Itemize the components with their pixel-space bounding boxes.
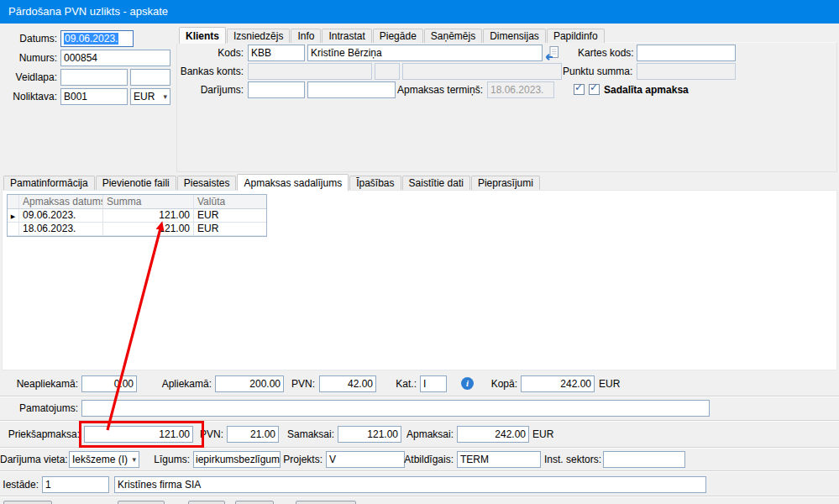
column-header-valuta[interactable]: Valūta xyxy=(194,195,266,209)
darijuma-vieta-select[interactable]: Iekšzeme (I) ▾ xyxy=(69,451,139,468)
samaksai-input[interactable]: 121.00 xyxy=(338,426,401,443)
sadalita-checkbox-1[interactable]: ✓ xyxy=(574,84,585,95)
tab-apmaksas-sadalijums[interactable]: Apmaksas sadalījums xyxy=(237,174,349,191)
bottom-button-2[interactable] xyxy=(118,501,165,504)
payments-table: Apmaksas datums Summa Valūta ▶ 09.06.202… xyxy=(7,194,267,237)
pamatojums-input[interactable] xyxy=(81,400,710,417)
app-window: Pārdošana PVN uzlikts - apskate Datums: … xyxy=(0,0,839,504)
tab-klients[interactable]: Klients xyxy=(179,27,226,44)
bottom-button-4[interactable] xyxy=(235,501,274,504)
detail-tabbar: Pamatinformācija Pievienotie faili Piesa… xyxy=(3,174,541,190)
ligums-input[interactable]: iepirkumsbezlīguma xyxy=(193,451,281,468)
bottom-button-3[interactable] xyxy=(188,501,225,504)
ligums-label: Līgums: xyxy=(149,451,190,468)
prieksapmaksa-input[interactable]: 121.00 xyxy=(84,426,193,443)
cell-apmaksas-datums[interactable]: 18.06.2023. xyxy=(19,223,103,236)
kat-input[interactable]: I xyxy=(420,375,447,392)
kopa-label: Kopā: xyxy=(483,375,517,392)
bankas-konts-label: Bankas konts: xyxy=(176,63,244,80)
bankas-konts-input-2[interactable] xyxy=(375,63,400,80)
column-header-summa[interactable]: Summa xyxy=(103,195,194,209)
tab-saistitie-dati[interactable]: Saistītie dati xyxy=(402,176,470,190)
prieksapmaksa-label: Priekšapmaksa: xyxy=(0,426,80,443)
numurs-label: Numurs: xyxy=(0,50,57,66)
prepayment-pvn-label: PVN: xyxy=(194,426,223,443)
darijums-input-1[interactable] xyxy=(248,81,305,98)
kods-input[interactable]: KBB xyxy=(248,45,305,61)
inst-sektors-label: Inst. sektors: xyxy=(544,451,600,468)
tab-dimensijas[interactable]: Dimensijas xyxy=(483,29,546,43)
bankas-konts-input-1[interactable] xyxy=(248,63,372,80)
darijums-input-2[interactable] xyxy=(307,81,396,98)
tab-piesaistes[interactable]: Piesaistes xyxy=(177,176,237,190)
info-icon[interactable]: i xyxy=(461,377,474,390)
kat-label: Kat.: xyxy=(382,375,417,392)
inst-sektors-input[interactable] xyxy=(603,451,685,468)
title-bar: Pārdošana PVN uzlikts - apskate xyxy=(0,0,839,24)
tab-intrastat[interactable]: Intrastat xyxy=(322,29,371,43)
client-tabbar: Klients Izsniedzējs Info Intrastat Piegā… xyxy=(179,27,606,43)
cell-valuta[interactable]: EUR xyxy=(194,209,266,223)
datums-input[interactable]: 09.06.2023. xyxy=(60,30,134,47)
veidlapa-input-2[interactable] xyxy=(130,69,170,86)
darijuma-vieta-value: Iekšzeme (I) xyxy=(72,454,128,465)
bottom-button-1[interactable] xyxy=(3,501,52,504)
pvn-input[interactable]: 42.00 xyxy=(319,375,376,392)
apmaksai-label: Apmaksai: xyxy=(399,426,454,443)
kopa-input[interactable]: 242.00 xyxy=(521,375,595,392)
tab-piegade[interactable]: Piegāde xyxy=(373,29,423,43)
samaksai-label: Samaksai: xyxy=(280,426,334,443)
apmaksas-termins-input[interactable]: 18.06.2023. xyxy=(487,81,554,98)
punktu-summa-input[interactable] xyxy=(637,63,736,80)
projekts-input[interactable]: V xyxy=(326,451,405,468)
cell-summa[interactable]: 121.00 xyxy=(103,223,194,236)
tab-pamatinformacija[interactable]: Pamatinformācija xyxy=(3,176,95,190)
tab-pievienotie-faili[interactable]: Pievienotie faili xyxy=(96,176,176,190)
prepayment-pvn-input[interactable]: 21.00 xyxy=(227,426,279,443)
noliktava-label: Noliktava: xyxy=(0,88,57,105)
tab-izsniedzejs[interactable]: Izsniedzējs xyxy=(227,29,290,43)
iestade-input[interactable]: 1 xyxy=(42,476,109,493)
row-selector-icon: ▶ xyxy=(11,213,15,219)
kartes-kods-input[interactable] xyxy=(637,45,736,61)
darijuma-vieta-label: Darījuma vieta: xyxy=(0,451,66,468)
payments-table-header: Apmaksas datums Summa Valūta xyxy=(8,195,266,209)
kopa-currency-label: EUR xyxy=(599,375,620,392)
atbildigais-label: Atbildīgais: xyxy=(403,451,454,468)
iestade-name-input[interactable]: Kristīnes firma SIA xyxy=(114,476,706,493)
check-icon: ✓ xyxy=(590,81,598,93)
noliktava-input[interactable]: B001 xyxy=(60,88,128,105)
tab-pieprasijumi[interactable]: Pieprasījumi xyxy=(471,176,540,190)
kods-label: Kods: xyxy=(176,45,244,61)
datums-value: 09.06.2023. xyxy=(64,33,118,45)
table-row[interactable]: ▶ 09.06.2023. 121.00 EUR xyxy=(8,209,266,223)
table-row[interactable]: 18.06.2023. 121.00 EUR xyxy=(8,223,266,236)
separator xyxy=(0,420,839,422)
sadalita-checkbox-2[interactable]: ✓ xyxy=(589,84,600,95)
chevron-down-icon: ▾ xyxy=(132,452,136,467)
atbildigais-input[interactable]: TERM xyxy=(457,451,541,468)
document-import-icon[interactable] xyxy=(544,45,560,61)
apmaksas-termins-label: Apmaksas termiņš: xyxy=(393,81,483,98)
client-name-input[interactable]: Kristīne Bērziņa xyxy=(307,45,543,61)
cell-apmaksas-datums[interactable]: 09.06.2023. xyxy=(19,209,103,223)
tab-sanemejs[interactable]: Saņēmējs xyxy=(424,29,482,43)
pvn-label: PVN: xyxy=(286,375,315,392)
veidlapa-input-1[interactable] xyxy=(60,69,128,86)
apliekama-input[interactable]: 200.00 xyxy=(215,375,284,392)
separator xyxy=(0,470,839,472)
tab-papildinfo[interactable]: Papildinfo xyxy=(547,29,605,43)
apmaksai-input[interactable]: 242.00 xyxy=(457,426,529,443)
currency-select[interactable]: EUR ▾ xyxy=(130,88,170,105)
tab-info[interactable]: Info xyxy=(291,29,321,43)
cell-valuta[interactable]: EUR xyxy=(194,223,266,236)
bottom-button-5[interactable] xyxy=(296,501,356,504)
apliekama-label: Apliekamā: xyxy=(134,375,212,392)
neapliekama-input[interactable]: 0.00 xyxy=(81,375,137,392)
column-header-apmaksas-datums[interactable]: Apmaksas datums xyxy=(19,195,103,209)
separator xyxy=(0,396,839,397)
cell-summa[interactable]: 121.00 xyxy=(103,209,194,223)
numurs-input[interactable]: 000854 xyxy=(60,50,170,66)
bankas-konts-input-3[interactable] xyxy=(402,63,562,80)
tab-ipasibas[interactable]: Īpašības xyxy=(349,176,401,190)
